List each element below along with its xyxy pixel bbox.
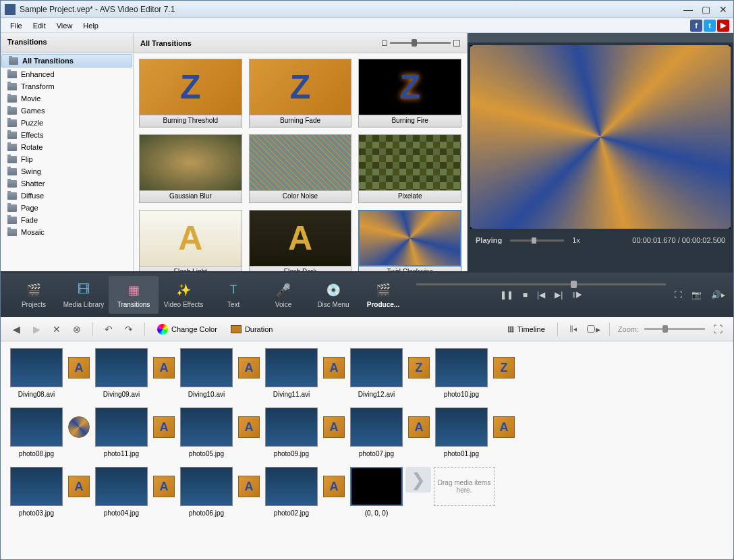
menu-help[interactable]: Help (78, 20, 104, 31)
sidebar-item-diffuse[interactable]: Diffuse (1, 190, 133, 202)
tool-produce[interactable]: 🎬Produce... (358, 276, 408, 314)
add-arrow-button[interactable]: ❯ (405, 467, 431, 493)
twitter-icon[interactable]: t (704, 20, 716, 32)
close-button[interactable]: ✕ (717, 5, 729, 14)
size-thumb[interactable] (412, 39, 417, 47)
clip-thumbnail[interactable] (180, 467, 233, 506)
transition-slot[interactable]: Z (405, 348, 432, 387)
transition-slot[interactable] (65, 408, 92, 447)
transition-slot[interactable]: A (65, 467, 92, 506)
transition-slot[interactable]: Z (490, 348, 517, 387)
clip-thumbnail[interactable] (10, 348, 63, 387)
transition-slot[interactable]: A (320, 408, 347, 447)
sidebar-item-transform[interactable]: Transform (1, 80, 133, 92)
tool-video-effects[interactable]: ✨Video Effects (159, 276, 208, 314)
clip-photo02.jpg[interactable]: photo02.jpg (265, 467, 318, 517)
stop-button[interactable]: ■ (523, 290, 528, 300)
clip-Diving10.avi[interactable]: Diving10.avi (180, 348, 233, 398)
clear-button[interactable]: ⊗ (69, 322, 84, 337)
seek-thumb[interactable] (571, 281, 577, 288)
transition-slot[interactable]: A (150, 467, 177, 506)
sidebar-item-mosaic[interactable]: Mosaic (1, 226, 133, 238)
clip-thumbnail[interactable] (95, 348, 148, 387)
transition-burning-fire[interactable]: ZBurning Fire (358, 59, 461, 128)
sidebar-item-movie[interactable]: Movie (1, 92, 133, 105)
transition-slot[interactable]: A (235, 348, 262, 387)
facebook-icon[interactable]: f (690, 20, 702, 32)
tool-media-library[interactable]: 🎞Media Library (59, 276, 109, 314)
clip-Diving08.avi[interactable]: Diving08.avi (10, 348, 63, 398)
clip-Diving09.avi[interactable]: Diving09.avi (95, 348, 148, 398)
clip-thumbnail[interactable] (350, 467, 403, 506)
menu-view[interactable]: View (51, 20, 78, 31)
transition-slot[interactable]: A (235, 408, 262, 447)
next-button[interactable]: ▶| (555, 290, 563, 300)
snapshot-button[interactable]: 📷 (691, 290, 702, 300)
clip-photo05.jpg[interactable]: photo05.jpg (180, 408, 233, 457)
transition-slot[interactable]: A (65, 348, 92, 387)
transition-slot[interactable]: A (490, 408, 517, 447)
clip-photo06.jpg[interactable]: photo06.jpg (180, 467, 233, 517)
clip-thumbnail[interactable] (265, 408, 318, 447)
clip-photo11.jpg[interactable]: photo11.jpg (95, 408, 148, 457)
audio-mix-button[interactable]: ⦀◂ (566, 322, 581, 337)
maximize-button[interactable]: ▢ (700, 5, 712, 14)
display-button[interactable]: 🖵▸ (586, 322, 601, 337)
clip-thumbnail[interactable] (180, 348, 233, 387)
tool-voice[interactable]: 🎤Voice (258, 276, 308, 314)
sidebar-item-rotate[interactable]: Rotate (1, 141, 133, 153)
clip-thumbnail[interactable] (435, 408, 488, 447)
transition-burning-threshold[interactable]: ZBurning Threshold (139, 59, 242, 128)
transition-pixelate[interactable]: Pixelate (358, 134, 461, 203)
clip-photo09.jpg[interactable]: photo09.jpg (265, 408, 318, 457)
transition-flash-light[interactable]: AFlash Light (139, 210, 242, 271)
transition-slot[interactable]: A (235, 467, 262, 506)
clip-photo01.jpg[interactable]: photo01.jpg (435, 408, 488, 457)
menu-edit[interactable]: Edit (28, 20, 51, 31)
clip-(0, 0, 0)[interactable]: (0, 0, 0) (350, 467, 403, 517)
prev-button[interactable]: |◀ (537, 290, 545, 300)
transition-gaussian-blur[interactable]: Gaussian Blur (139, 134, 242, 203)
clip-thumbnail[interactable] (95, 467, 148, 506)
transition-burning-fade[interactable]: ZBurning Fade (249, 59, 352, 128)
zoom-thumb[interactable] (662, 325, 668, 333)
clip-photo03.jpg[interactable]: photo03.jpg (10, 467, 63, 517)
clip-photo04.jpg[interactable]: photo04.jpg (95, 467, 148, 517)
clip-photo10.jpg[interactable]: photo10.jpg (435, 348, 488, 398)
speed-slider[interactable] (510, 240, 564, 242)
clip-thumbnail[interactable] (435, 348, 488, 387)
transition-flash-dark[interactable]: AFlash Dark (249, 210, 352, 271)
clip-thumbnail[interactable] (350, 408, 403, 447)
sidebar-item-all-transitions[interactable]: All Transitions (1, 54, 132, 67)
sidebar-item-puzzle[interactable]: Puzzle (1, 117, 133, 129)
sidebar-item-flip[interactable]: Flip (1, 153, 133, 165)
sidebar-item-fade[interactable]: Fade (1, 214, 133, 226)
transition-slot[interactable]: A (405, 408, 432, 447)
clip-Diving11.avi[interactable]: Diving11.avi (265, 348, 318, 398)
forward-button[interactable]: ▶ (29, 322, 44, 337)
undo-button[interactable]: ↶ (101, 322, 116, 337)
clip-thumbnail[interactable] (10, 467, 63, 506)
youtube-icon[interactable]: ▶ (717, 20, 729, 32)
tool-projects[interactable]: 🎬Projects (9, 276, 59, 314)
clip-Diving12.avi[interactable]: Diving12.avi (350, 348, 403, 398)
clip-thumbnail[interactable] (10, 408, 63, 447)
fullscreen-button[interactable]: ⛶ (674, 290, 682, 300)
clip-thumbnail[interactable] (180, 408, 233, 447)
minimize-button[interactable]: — (682, 5, 694, 14)
clip-photo07.jpg[interactable]: photo07.jpg (350, 408, 403, 457)
drop-zone[interactable]: Drag media items here. (434, 467, 495, 506)
back-button[interactable]: ◀ (9, 322, 24, 337)
timeline-toggle[interactable]: ▥ Timeline (503, 323, 549, 335)
transition-slot[interactable]: A (320, 348, 347, 387)
volume-button[interactable]: 🔊▸ (711, 290, 725, 300)
menu-file[interactable]: File (5, 20, 28, 31)
transition-slot[interactable]: A (320, 467, 347, 506)
clip-thumbnail[interactable] (265, 467, 318, 506)
change-color-button[interactable]: Change Color (153, 323, 221, 336)
clip-thumbnail[interactable] (350, 348, 403, 387)
size-track[interactable] (390, 42, 451, 44)
transition-twirl-clockwise[interactable]: Twirl Clockwise (358, 210, 461, 271)
zoom-slider[interactable] (644, 328, 705, 330)
sidebar-item-swing[interactable]: Swing (1, 165, 133, 177)
